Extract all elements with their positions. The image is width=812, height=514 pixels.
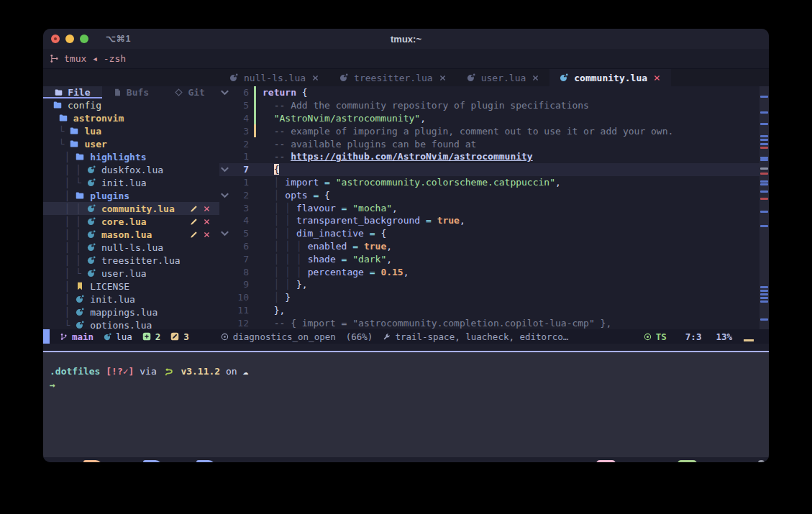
tree-item[interactable]: │ └ init.lua bbox=[43, 176, 219, 189]
lua-icon bbox=[87, 217, 96, 226]
snake-icon[interactable] bbox=[164, 367, 174, 377]
tree-item[interactable]: │ │ treesitter.lua bbox=[43, 254, 219, 267]
code-line[interactable]: 5 -- Add the community repository of plu… bbox=[219, 99, 759, 112]
editor-area[interactable]: 6return {5 -- Add the community reposito… bbox=[219, 86, 769, 329]
tmux-window-3[interactable]: zsh3 bbox=[168, 460, 215, 463]
code-line[interactable]: 9 │ │ }, bbox=[219, 278, 759, 291]
close-icon[interactable] bbox=[532, 74, 539, 82]
shell-input-line[interactable]: → bbox=[50, 378, 769, 392]
pencil-icon[interactable] bbox=[190, 205, 198, 213]
lua-icon bbox=[76, 295, 84, 303]
lua-icon bbox=[87, 178, 96, 187]
close-icon[interactable] bbox=[203, 231, 211, 239]
tree-item[interactable]: astronvim bbox=[43, 111, 219, 124]
tree-item[interactable]: │ │ duskfox.lua bbox=[43, 163, 219, 176]
neotree-tab-git[interactable]: Git bbox=[160, 86, 219, 98]
tree-item[interactable]: │ │ community.lua bbox=[43, 202, 219, 215]
tree-item[interactable]: │ │ null-ls.lua bbox=[43, 241, 219, 254]
tree-item[interactable]: │ highlights bbox=[43, 150, 219, 163]
code-line[interactable]: 1 -- https://github.com/AstroNvim/astroc… bbox=[219, 150, 759, 163]
tree-indent-guide: └ bbox=[53, 126, 70, 137]
bufferline-offset bbox=[43, 69, 219, 86]
code-line[interactable]: 10 │ } bbox=[219, 291, 759, 304]
code-line[interactable]: 5 │ │ dim_inactive = { bbox=[219, 227, 759, 240]
close-icon[interactable] bbox=[311, 74, 319, 82]
code-line[interactable]: 4 "AstroNvim/astrocommunity", bbox=[219, 112, 759, 125]
buffer-tab[interactable]: treesitter.lua bbox=[329, 69, 457, 86]
code-line[interactable]: 7 { bbox=[219, 163, 759, 176]
pencil-icon[interactable] bbox=[190, 231, 198, 239]
lua-icon bbox=[87, 269, 96, 277]
code-text: -- { import = "astrocommunity.completion… bbox=[263, 318, 611, 329]
buffer-tab[interactable]: null-ls.lua bbox=[219, 69, 329, 86]
tree-item[interactable]: │ init.lua bbox=[43, 293, 219, 306]
code-line[interactable]: 11 }, bbox=[219, 304, 759, 317]
cursor: { bbox=[274, 164, 280, 175]
shell-segment: [!?✓] bbox=[100, 366, 134, 377]
close-icon[interactable] bbox=[203, 205, 211, 213]
tree-item[interactable]: │ │ core.lua bbox=[43, 215, 219, 228]
code-line[interactable]: 1 │ import = "astrocommunity.colorscheme… bbox=[219, 176, 759, 189]
neotree-tab-file[interactable]: File bbox=[43, 86, 102, 98]
scrollbar-strip[interactable] bbox=[759, 86, 769, 329]
fold-chevron-icon[interactable] bbox=[219, 164, 230, 175]
git-changed-count: 3 bbox=[183, 331, 189, 342]
tree-item[interactable]: │ LICENSE bbox=[43, 280, 219, 293]
code-text: │ import = "astrocommunity.colorscheme.c… bbox=[263, 177, 561, 188]
scroll-percent-value: 13% bbox=[716, 331, 732, 342]
terminal-tab[interactable]: tmux ◂ -zsh bbox=[50, 53, 126, 64]
tree-item[interactable]: │ │ mason.lua bbox=[43, 228, 219, 241]
code-line[interactable]: 3 │ │ flavour = "mocha", bbox=[219, 201, 759, 214]
tmux-window-1[interactable]: nvim1 bbox=[50, 460, 102, 463]
fold-chevron-icon[interactable] bbox=[219, 87, 230, 98]
session-path-label: .dotfiles bbox=[621, 461, 672, 462]
neotree-tab-bufs[interactable]: Bufs bbox=[102, 86, 161, 98]
fold-chevron-icon[interactable] bbox=[219, 190, 230, 201]
titlebar: ⌥⌘1 tmux:~ bbox=[43, 29, 769, 49]
tree-item[interactable]: └ lua bbox=[43, 124, 219, 137]
code-text: "AstroNvim/astrocommunity", bbox=[263, 113, 426, 124]
buffer-tab-label: community.lua bbox=[574, 73, 647, 83]
tree-item[interactable]: │ plugins bbox=[43, 189, 219, 202]
shell-pane[interactable]: .dotfiles [!?✓] via v3.11.2 on ☁→ bbox=[43, 352, 769, 457]
tree-item[interactable]: └ options.lua bbox=[43, 318, 219, 329]
buffer-tab-label: null-ls.lua bbox=[244, 73, 306, 83]
fold-chevron-icon[interactable] bbox=[219, 228, 230, 239]
code-line[interactable]: 2 │ opts = { bbox=[219, 188, 759, 201]
git-added-count: 2 bbox=[155, 331, 161, 342]
tree-item-label: highlights bbox=[90, 152, 146, 162]
pencil-icon[interactable] bbox=[190, 218, 198, 226]
code-line[interactable]: 3 -- example of imporing a plugin, comme… bbox=[219, 124, 759, 137]
code-line[interactable]: 4 │ │ transparent_background = true, bbox=[219, 214, 759, 227]
close-icon[interactable] bbox=[653, 74, 661, 82]
line-number: 4 bbox=[230, 215, 254, 226]
tree-item-label: init.lua bbox=[90, 294, 135, 305]
sign-column bbox=[254, 137, 256, 150]
git-sign bbox=[254, 99, 256, 112]
code-line[interactable]: 7 │ │ │ shade = "dark", bbox=[219, 252, 759, 265]
code-line[interactable]: 12 -- { import = "astrocommunity.complet… bbox=[219, 316, 759, 329]
code-line[interactable]: 6 │ │ │ enabled = true, bbox=[219, 240, 759, 253]
code-line[interactable]: 8 │ │ │ percentage = 0.15, bbox=[219, 265, 759, 278]
lua-icon bbox=[229, 73, 238, 82]
tree-item[interactable]: config bbox=[43, 98, 219, 111]
line-number: 6 bbox=[230, 87, 254, 98]
tree-item[interactable]: │ └ user.lua bbox=[43, 267, 219, 280]
branch-name: main bbox=[72, 331, 93, 342]
buffer-tab[interactable]: user.lua bbox=[457, 69, 550, 86]
statusline: mainlua23diagnostics_on_open(66%)trail-s… bbox=[43, 329, 769, 344]
tmux-window-2[interactable]: nvim2 bbox=[109, 460, 161, 463]
close-icon[interactable] bbox=[439, 74, 447, 82]
code-line[interactable]: 2 -- available plugins can be found at bbox=[219, 137, 759, 150]
tree-indent-guide: │ └ bbox=[53, 178, 87, 188]
scrollbar-mark bbox=[760, 167, 768, 170]
sign-column bbox=[254, 214, 256, 227]
tree-item[interactable]: └ user bbox=[43, 137, 219, 150]
code-line[interactable]: 6return { bbox=[219, 86, 759, 99]
sign-column bbox=[254, 163, 256, 176]
sign-column bbox=[254, 150, 256, 163]
lsp-clients: trail-space, luacheck, editorco… bbox=[383, 331, 568, 342]
tree-item[interactable]: │ mappings.lua bbox=[43, 306, 219, 318]
buffer-tab[interactable]: community.lua bbox=[549, 69, 671, 86]
close-icon[interactable] bbox=[203, 218, 211, 226]
